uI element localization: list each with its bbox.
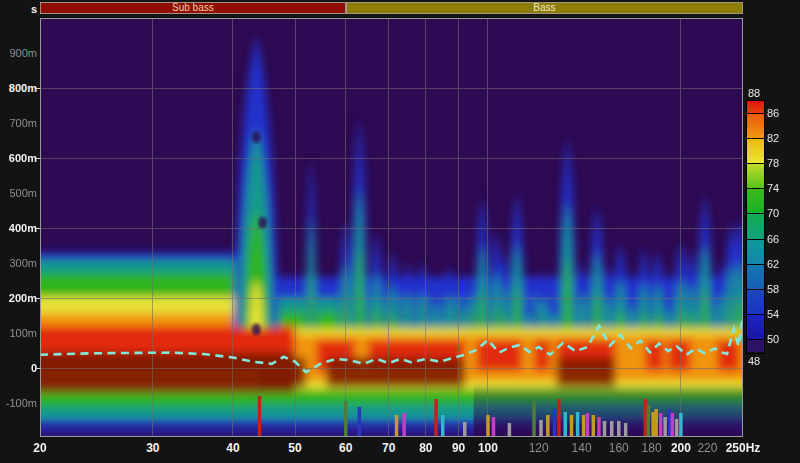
color-scale-segment xyxy=(747,315,764,340)
color-scale-tick-label: 74 xyxy=(767,182,779,194)
color-scale-tick-label: 82 xyxy=(767,132,779,144)
color-scale-segment xyxy=(747,189,764,214)
y-tick-label: 100m xyxy=(9,327,37,339)
x-tick-label: 80 xyxy=(419,441,432,455)
color-scale-segment xyxy=(747,164,764,189)
color-scale-segment xyxy=(747,139,764,164)
x-tick-label: 250Hz xyxy=(726,441,761,455)
y-tick-mark xyxy=(36,228,40,229)
x-tick-label: 100 xyxy=(478,441,498,455)
color-scale-legend: 888682787470666258545048 xyxy=(744,87,800,383)
y-tick-label: -100m xyxy=(6,397,37,409)
y-tick-label: 900m xyxy=(9,47,37,59)
band-header-bass-label: Bass xyxy=(533,3,555,13)
x-tick-label: 20 xyxy=(33,441,46,455)
y-tick-label: 700m xyxy=(9,117,37,129)
band-header-bass: Bass xyxy=(346,2,743,14)
color-scale-tick-label: 62 xyxy=(767,258,779,270)
color-scale-segment xyxy=(747,214,764,239)
color-scale-tick-label: 86 xyxy=(767,107,779,119)
y-tick-label: 600m xyxy=(9,152,37,164)
spectrogram-heatmap xyxy=(40,18,743,437)
color-scale-tick-label: 50 xyxy=(767,333,779,345)
color-scale-tick-label: 78 xyxy=(767,157,779,169)
y-tick-mark xyxy=(36,88,40,89)
band-header-sub-bass-label: Sub bass xyxy=(172,3,214,13)
y-tick-mark xyxy=(36,298,40,299)
spectrogram-canvas[interactable] xyxy=(40,18,743,437)
x-tick-label: 160 xyxy=(609,441,629,455)
x-tick-label: 120 xyxy=(529,441,549,455)
color-scale-max-label: 88 xyxy=(748,87,760,99)
x-tick-label: 70 xyxy=(382,441,395,455)
color-scale-tick-label: 58 xyxy=(767,283,779,295)
color-scale-segment xyxy=(747,340,764,352)
color-scale-segment xyxy=(747,290,764,315)
y-tick-label: 400m xyxy=(9,222,37,234)
y-tick-label: 200m xyxy=(9,292,37,304)
y-tick-mark xyxy=(36,368,40,369)
y-axis-unit-label: s xyxy=(31,3,37,15)
y-tick-label: 500m xyxy=(9,187,37,199)
color-scale-tick-label: 54 xyxy=(767,308,779,320)
color-scale-tick-label: 70 xyxy=(767,207,779,219)
band-header-sub-bass: Sub bass xyxy=(40,2,346,14)
y-tick-label: 800m xyxy=(9,82,37,94)
color-scale-segment xyxy=(747,265,764,290)
x-tick-label: 180 xyxy=(642,441,662,455)
color-scale-tick-label: 66 xyxy=(767,233,779,245)
x-tick-label: 30 xyxy=(146,441,159,455)
y-tick-label: 300m xyxy=(9,257,37,269)
x-tick-label: 50 xyxy=(288,441,301,455)
color-scale-bar[interactable] xyxy=(746,100,765,354)
x-tick-label: 40 xyxy=(226,441,239,455)
x-tick-label: 60 xyxy=(339,441,352,455)
x-tick-label: 140 xyxy=(572,441,592,455)
x-tick-label: 220 xyxy=(697,441,717,455)
y-tick-mark xyxy=(36,158,40,159)
color-scale-segment xyxy=(747,101,764,114)
x-tick-label: 90 xyxy=(452,441,465,455)
color-scale-segment xyxy=(747,240,764,265)
x-tick-label: 200 xyxy=(671,441,691,455)
spectrogram-figure: s Sub bass Bass 900m800m700m600m500m400m… xyxy=(0,0,800,463)
color-scale-min-label: 48 xyxy=(748,355,760,367)
color-scale-segment xyxy=(747,114,764,139)
